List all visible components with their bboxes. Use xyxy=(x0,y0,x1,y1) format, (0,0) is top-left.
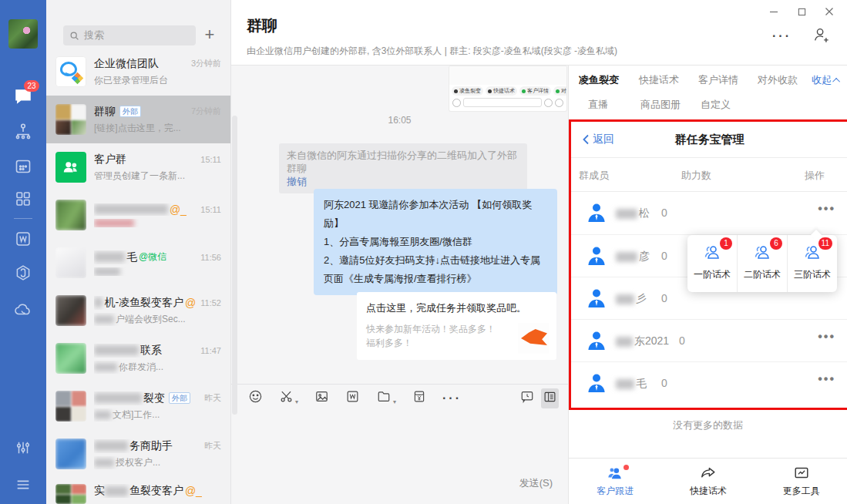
recall-link[interactable]: 撤销 xyxy=(287,175,519,188)
link-card-message[interactable]: 点击这里，完成任务并领取奖品吧。 快来参加新年活动！奖品多多！福利多多！ xyxy=(357,292,556,360)
member-avatar-icon xyxy=(585,287,608,313)
badge: 1 xyxy=(720,237,732,250)
close-button[interactable] xyxy=(821,3,838,20)
list-item[interactable]: 联系 11:47 你群发消... xyxy=(46,334,230,382)
chat-time: 11:56 xyxy=(196,253,221,262)
assist-count: 0 xyxy=(661,377,667,389)
settings-sliders-icon[interactable] xyxy=(0,439,46,456)
search-icon xyxy=(69,31,79,41)
image-icon[interactable] xyxy=(314,389,329,407)
rail-divider xyxy=(14,218,32,219)
chat-last-msg: 管理员创建了一条新... xyxy=(94,170,185,183)
avatar-blurred xyxy=(55,343,86,374)
collapse-toggle[interactable]: 收起 xyxy=(812,73,840,87)
list-item[interactable]: 毛 @微信 11:56 xyxy=(46,239,230,287)
tab-lingyu-fission[interactable]: 凌鱼裂变 xyxy=(579,73,619,87)
list-item-selected[interactable]: 群聊 外部 7分钟前 [链接]点击这里，完... xyxy=(46,96,230,143)
folder-icon[interactable]: ▾ xyxy=(376,389,396,407)
send-button[interactable]: 发送(S) xyxy=(519,476,553,490)
image-message-thumbnail[interactable]: 凌鱼裂变 快捷话术 客户详情 对外 xyxy=(449,66,566,111)
sent-message-bubble: 阿东2021 现邀請你参加本次活动 【如何领取奖励】 1、分亯专属海報至朋友圈/… xyxy=(314,189,557,295)
new-chat-button[interactable]: + xyxy=(198,23,221,46)
people-icon: 6 xyxy=(752,243,772,264)
list-item[interactable]: @_ 15:11 xyxy=(46,191,230,239)
side-panel-toggle-icon[interactable] xyxy=(541,388,559,408)
screenshot-icon[interactable]: ▾ xyxy=(279,389,298,407)
member-name: 东2021 xyxy=(616,334,669,348)
toolbar-more-icon[interactable]: ··· xyxy=(442,391,462,405)
row-actions-icon[interactable]: ••• xyxy=(818,372,835,386)
chat-name: @_ xyxy=(94,203,187,216)
red-packet-icon[interactable] xyxy=(412,389,426,407)
user-avatar[interactable] xyxy=(8,19,38,49)
member-name: 彦 xyxy=(616,250,650,264)
tools-panel: 凌鱼裂变 快捷话术 客户详情 对外收款 收起 直播 商品图册 自定义 返回 群任… xyxy=(568,66,847,504)
member-name: 松 xyxy=(616,207,650,220)
list-item[interactable]: 务商助手 昨天 授权客户... xyxy=(46,430,230,478)
badge: 11 xyxy=(818,237,832,250)
clouddisk-icon[interactable] xyxy=(0,301,46,319)
tab-custom[interactable]: 自定义 xyxy=(701,98,731,112)
minimize-button[interactable] xyxy=(765,3,782,20)
conversation-list: 搜索 + 企业微信团队 3分钟前 你已登录管理后台 xyxy=(46,0,231,504)
tab-quick-scripts[interactable]: 快捷话术 xyxy=(639,73,679,87)
badge: 6 xyxy=(770,237,782,250)
weapp-icon[interactable] xyxy=(0,264,46,282)
member-name: 毛 xyxy=(616,377,647,391)
docs-icon[interactable] xyxy=(0,230,46,248)
chat-time: 3分钟前 xyxy=(187,58,221,69)
list-item[interactable]: 机-凌鱼裂变客户 @ 11:52 户端会收到Sec... xyxy=(46,287,230,334)
chat-time: 昨天 xyxy=(200,440,221,452)
bottom-tab-customer-follow[interactable]: 客户跟进 xyxy=(569,459,662,504)
table-row: 松 0 ••• xyxy=(571,192,847,234)
maximize-button[interactable] xyxy=(793,3,810,20)
avatar-blurred xyxy=(55,438,86,469)
section-title: 群任务宝管理 xyxy=(571,133,847,147)
popup-item-stage2[interactable]: 6 二阶话术 xyxy=(737,235,787,292)
list-item[interactable]: 实 鱼裂变客户 @_ xyxy=(46,478,230,504)
add-member-icon[interactable] xyxy=(812,26,830,46)
menu-icon[interactable] xyxy=(0,476,46,493)
row-actions-icon[interactable]: ••• xyxy=(818,330,835,344)
chat-title: 群聊 xyxy=(247,15,277,36)
avatar-blurred xyxy=(55,295,86,326)
calendar-icon[interactable] xyxy=(0,157,46,176)
no-more-data-text: 没有更多的数据 xyxy=(569,418,847,432)
tab-external-payment[interactable]: 对外收款 xyxy=(758,73,798,87)
popup-item-stage1[interactable]: 1 一阶话术 xyxy=(687,235,737,292)
list-item[interactable]: 企业微信团队 3分钟前 你已登录管理后台 xyxy=(46,48,230,96)
avatar-blurred xyxy=(55,391,86,422)
avatar-blurred xyxy=(55,484,86,504)
doc-icon[interactable] xyxy=(345,389,360,407)
contacts-icon[interactable] xyxy=(0,122,46,140)
bottom-tab-quick-scripts[interactable]: 快捷话术 xyxy=(662,459,755,504)
workbench-icon[interactable] xyxy=(0,190,46,208)
search-input[interactable]: 搜索 xyxy=(63,25,196,45)
emoji-icon[interactable] xyxy=(248,389,263,407)
chat-name: 机-凌鱼裂变客户 @ xyxy=(94,296,196,310)
system-message: 来自微信的阿东通过扫描你分享的二维码加入了外部群聊 撤销 xyxy=(279,143,527,193)
member-avatar-icon xyxy=(585,371,608,398)
more-icon[interactable]: ··· xyxy=(772,29,792,43)
list-item[interactable]: 裂变 外部 昨天 文档]工作... xyxy=(46,382,230,430)
tab-live[interactable]: 直播 xyxy=(588,98,608,112)
scrollbar[interactable] xyxy=(232,116,237,415)
chat-last-msg: 你群发消... xyxy=(119,361,163,374)
chat-time: 11:47 xyxy=(196,346,221,355)
row-actions-icon[interactable]: ••• xyxy=(818,202,835,216)
link-card-title: 点击这里，完成任务并领取奖品吧。 xyxy=(366,301,547,315)
chat-last-msg: 授权客户... xyxy=(116,456,160,469)
bottom-tab-more-tools[interactable]: 更多工具 xyxy=(755,459,847,504)
tab-product-album[interactable]: 商品图册 xyxy=(640,98,681,112)
chat-history-icon[interactable] xyxy=(519,389,535,407)
messages-icon[interactable] xyxy=(0,86,46,106)
people-icon: 1 xyxy=(702,243,722,264)
avatar xyxy=(55,56,86,87)
wecom-window: 23 xyxy=(0,0,847,504)
list-item[interactable]: 客户群 15:11 管理员创建了一条新... xyxy=(46,143,230,191)
time-divider: 16:05 xyxy=(231,115,568,126)
popup-item-stage3[interactable]: 11 三阶话术 xyxy=(787,235,837,292)
tab-customer-detail[interactable]: 客户详情 xyxy=(698,73,738,87)
message-area: 凌鱼裂变 快捷话术 客户详情 对外 16:05 来自微信的阿东通过扫描你分享的二… xyxy=(231,66,568,504)
assist-count: 0 xyxy=(679,334,685,347)
